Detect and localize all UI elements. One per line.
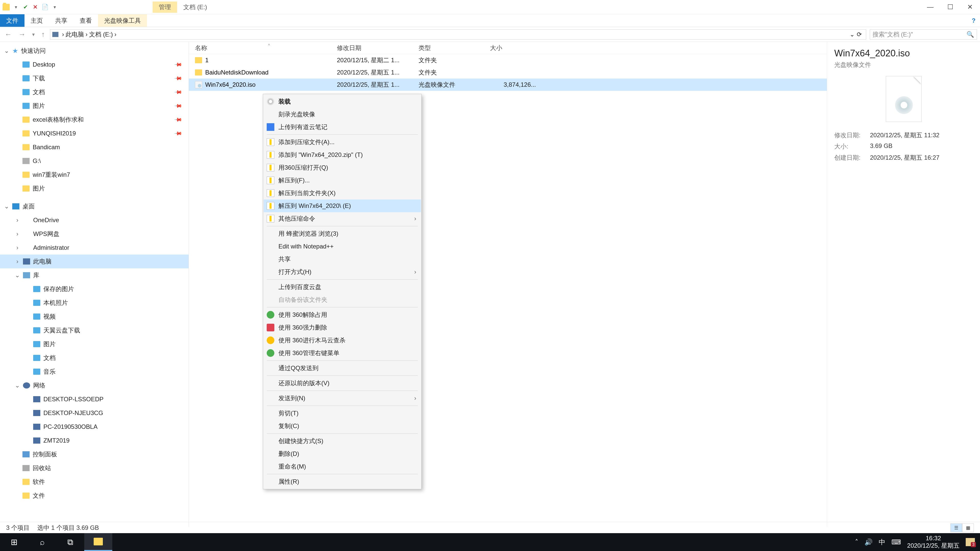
menu-item[interactable]: Edit with Notepad++	[264, 240, 421, 253]
menu-item[interactable]: 上传到百度云盘	[264, 281, 421, 293]
notification-icon[interactable]	[966, 538, 975, 546]
tree-item[interactable]: Bandicam	[0, 140, 189, 154]
col-name[interactable]: ^名称	[189, 44, 337, 52]
tree-item[interactable]: ⌄库	[0, 268, 189, 282]
task-view-button[interactable]: ⧉	[56, 533, 84, 551]
breadcrumb[interactable]: › 此电脑 › 文档 (E:) › ⌄ ⟳	[50, 29, 866, 40]
nav-up-icon[interactable]: ↑	[40, 30, 46, 38]
refresh-icon[interactable]: ⟳	[857, 31, 862, 38]
tree-item[interactable]: ZMT2019	[0, 433, 189, 448]
menu-item[interactable]: 解压到 Win7x64_2020\ (E)	[264, 200, 421, 212]
menu-item[interactable]: 创建快捷方式(S)	[264, 435, 421, 448]
tree-item[interactable]: 本机照片	[0, 296, 189, 310]
nav-forward-icon[interactable]: →	[17, 30, 27, 38]
tree-item[interactable]: 图片📌	[0, 99, 189, 113]
view-details-button[interactable]: ☰	[950, 524, 962, 532]
maximize-button[interactable]: ☐	[940, 0, 960, 14]
qat-dropdown-icon[interactable]: ▾	[51, 3, 58, 11]
tree-item[interactable]: 文件	[0, 489, 189, 503]
crumb-dropdown-icon[interactable]: ⌄	[850, 31, 855, 38]
tree-quick-access[interactable]: ⌄★快速访问	[0, 44, 189, 58]
crumb-part[interactable]: 此电脑	[65, 30, 84, 38]
nav-back-icon[interactable]: ←	[3, 30, 13, 38]
check-icon[interactable]: ✔	[22, 3, 29, 11]
file-row[interactable]: Win7x64_2020.iso 2020/12/25, 星期五 1...光盘映…	[189, 79, 827, 91]
tray-chevron-icon[interactable]: ˄	[855, 538, 858, 546]
col-size[interactable]: 大小	[490, 44, 541, 52]
file-row[interactable]: 1 2020/12/15, 星期二 1...文件夹	[189, 54, 827, 66]
file-row[interactable]: BaiduNetdiskDownload 2020/12/25, 星期五 1..…	[189, 66, 827, 79]
tree-item[interactable]: 视频	[0, 310, 189, 324]
tree-item[interactable]: 文档	[0, 351, 189, 365]
tree-item[interactable]: 天翼云盘下载	[0, 324, 189, 337]
menu-item[interactable]: 添加到 "Win7x64_2020.zip" (T)	[264, 148, 421, 161]
tab-view[interactable]: 查看	[73, 14, 98, 27]
tree-item[interactable]: win7重装win7	[0, 168, 189, 182]
clock[interactable]: 16:32 2020/12/25, 星期五	[907, 535, 959, 549]
search-input[interactable]: 搜索"文档 (E:)" 🔍	[870, 29, 977, 40]
menu-item[interactable]: 其他压缩命令›	[264, 212, 421, 225]
tree-item[interactable]: 保存的图片	[0, 282, 189, 296]
ime-icon[interactable]: 中	[879, 538, 885, 547]
menu-item[interactable]: 解压到当前文件夹(X)	[264, 187, 421, 200]
help-icon[interactable]: ?	[967, 14, 980, 27]
menu-item[interactable]: 通过QQ发送到	[264, 362, 421, 375]
menu-item[interactable]: 装载	[264, 95, 421, 108]
tree-item[interactable]: ›Administrator	[0, 241, 189, 254]
tree-item[interactable]: 回收站	[0, 461, 189, 475]
tree-item[interactable]: DESKTOP-LSSOEDP	[0, 392, 189, 406]
tree-item[interactable]: excel表格制作求和📌	[0, 113, 189, 127]
tree-desktop[interactable]: ⌄桌面	[0, 200, 189, 213]
col-type[interactable]: 类型	[418, 44, 490, 52]
tree-item[interactable]: ›WPS网盘	[0, 227, 189, 241]
tree-item[interactable]: PC-20190530OBLA	[0, 420, 189, 433]
menu-item[interactable]: 使用 360强力删除	[264, 321, 421, 334]
tab-share[interactable]: 共享	[49, 14, 73, 27]
tree-item[interactable]: 下载📌	[0, 71, 189, 85]
close-button[interactable]: ✕	[960, 0, 980, 14]
menu-item[interactable]: 复制(C)	[264, 420, 421, 432]
menu-item[interactable]: 使用 360进行木马云查杀	[264, 334, 421, 347]
menu-item[interactable]: 属性(R)	[264, 475, 421, 488]
tree-item[interactable]: G:\	[0, 154, 189, 168]
tree-item[interactable]: ›OneDrive	[0, 213, 189, 227]
tab-file[interactable]: 文件	[0, 14, 24, 27]
crumb-part[interactable]: 文档 (E:)	[89, 30, 113, 38]
menu-item[interactable]: 删除(D)	[264, 448, 421, 460]
tab-disc-tools[interactable]: 光盘映像工具	[98, 14, 147, 27]
tree-item[interactable]: 音乐	[0, 365, 189, 379]
close-x-icon[interactable]: ✕	[32, 3, 39, 11]
explorer-taskbar-button[interactable]	[84, 533, 112, 551]
nav-history-icon[interactable]: ▾	[30, 32, 36, 38]
menu-item[interactable]: 打开方式(H)›	[264, 265, 421, 278]
tree-item[interactable]: DESKTOP-NJEU3CG	[0, 406, 189, 420]
tree-item[interactable]: ›此电脑	[0, 254, 189, 268]
tree-network[interactable]: ⌄网络	[0, 379, 189, 392]
tree-item[interactable]: 软件	[0, 475, 189, 489]
tree-item[interactable]: 图片	[0, 337, 189, 351]
new-folder-icon[interactable]: 📄	[41, 3, 48, 11]
tab-home[interactable]: 主页	[24, 14, 49, 27]
tree-item[interactable]: YUNQISHI2019📌	[0, 127, 189, 140]
menu-item[interactable]: 还原以前的版本(V)	[264, 377, 421, 389]
tree-item[interactable]: Desktop📌	[0, 58, 189, 71]
ime-mode-icon[interactable]: ⌨	[891, 538, 901, 546]
start-button[interactable]: ⊞	[0, 533, 28, 551]
menu-item[interactable]: 使用 360管理右键菜单	[264, 347, 421, 359]
menu-item[interactable]: 发送到(N)›	[264, 392, 421, 405]
menu-item[interactable]: 重命名(M)	[264, 460, 421, 473]
menu-item[interactable]: 用360压缩打开(Q)	[264, 161, 421, 174]
qat-menu-icon[interactable]: ▾	[12, 3, 19, 11]
menu-item[interactable]: 解压到(F)...	[264, 174, 421, 187]
tree-item[interactable]: 控制面板	[0, 448, 189, 461]
view-icons-button[interactable]: ▦	[962, 524, 974, 532]
col-date[interactable]: 修改日期	[337, 44, 418, 52]
minimize-button[interactable]: —	[920, 0, 940, 14]
search-button[interactable]: ⌕	[28, 533, 56, 551]
menu-item[interactable]: 使用 360解除占用	[264, 308, 421, 321]
tree-item[interactable]: 图片	[0, 182, 189, 195]
menu-item[interactable]: 添加到压缩文件(A)...	[264, 136, 421, 148]
menu-item[interactable]: 剪切(T)	[264, 407, 421, 420]
menu-item[interactable]: 刻录光盘映像	[264, 108, 421, 121]
menu-item[interactable]: 共享	[264, 253, 421, 265]
